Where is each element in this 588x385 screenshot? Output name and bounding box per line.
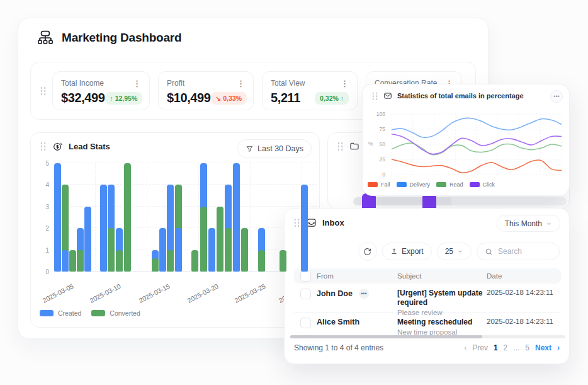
legend-swatch: [91, 310, 105, 316]
folder-icon: [349, 141, 359, 151]
y-tick-label: 2: [45, 225, 49, 232]
gridline: [54, 206, 317, 207]
drag-handle-icon[interactable]: [337, 142, 344, 151]
email-date: 2025-02-18 14:23:11: [487, 289, 561, 296]
lead-bar-chart: 012345: [54, 163, 317, 272]
lead-legend: CreatedConverted: [40, 309, 140, 317]
row-checkbox[interactable]: [300, 289, 311, 299]
date-filter-button[interactable]: Last 30 Days: [237, 139, 312, 158]
converted-bar: [69, 250, 76, 272]
bar-group: [84, 163, 91, 272]
period-dropdown[interactable]: This Month: [497, 215, 560, 232]
search-input-container[interactable]: [477, 243, 560, 260]
bar-group: [191, 163, 198, 272]
gridline: [54, 271, 317, 272]
more-options-icon[interactable]: •••: [550, 90, 563, 103]
page-number[interactable]: 1: [494, 343, 498, 352]
prev-arrow[interactable]: ‹: [464, 343, 466, 352]
created-bar: [84, 207, 91, 272]
inbox-footer: Showing 1 to 4 of 4 entries ‹ Prev 12...…: [294, 343, 560, 352]
refresh-button[interactable]: [358, 242, 377, 261]
page-number[interactable]: 2: [504, 343, 508, 352]
drag-handle-icon[interactable]: [40, 86, 47, 96]
more-options-icon[interactable]: •••: [359, 289, 369, 299]
y-tick-label: 100: [376, 111, 385, 117]
converted-bar: [191, 250, 198, 272]
email-legend: FailDeliveryReadClick: [368, 181, 495, 188]
scrollbar-thumb[interactable]: [290, 335, 482, 338]
bar-group: [200, 163, 207, 272]
email-subject: [Urgent] System update required: [397, 289, 487, 307]
bar-group: [124, 163, 131, 272]
converted-bar: [200, 207, 207, 272]
kebab-menu-icon[interactable]: ⋮: [341, 79, 349, 88]
email-stats-title: Statistics of total emails in percentage: [397, 92, 524, 100]
row-checkbox[interactable]: [300, 318, 311, 328]
email-subject: Meeting rescheduled: [397, 318, 487, 327]
bar-group: [116, 163, 123, 272]
bar-group: [152, 163, 159, 272]
prev-button[interactable]: Prev: [472, 343, 488, 352]
bar-group: [233, 163, 240, 272]
converted-bar: [280, 250, 286, 272]
stat-value: $32,499: [61, 91, 105, 105]
chevron-down-icon: [457, 248, 463, 255]
table-header-row: From Subject Date: [294, 268, 561, 284]
created-bar: [159, 228, 166, 272]
gridline: [54, 250, 317, 250]
legend-label: Delivery: [410, 181, 431, 188]
bar-group: [301, 163, 308, 272]
email-preview: Please review: [397, 309, 487, 316]
bar-group: [77, 163, 84, 272]
stat-value: 5,211: [271, 91, 300, 105]
export-button[interactable]: Export: [382, 243, 432, 260]
legend-swatch: [470, 182, 480, 187]
email-y-axis-unit: %: [368, 141, 373, 147]
page-number[interactable]: 5: [525, 343, 529, 352]
legend-swatch: [40, 310, 54, 316]
sitemap-icon: [37, 29, 54, 47]
y-tick-label: 5: [45, 160, 49, 167]
hidden-scrollbar[interactable]: [353, 197, 567, 205]
page-number[interactable]: ...: [513, 343, 519, 352]
converted-bar: [124, 163, 131, 272]
page-size-dropdown[interactable]: 25: [437, 243, 472, 260]
kebab-menu-icon[interactable]: ⋮: [133, 79, 141, 88]
legend-item: Click: [470, 181, 495, 188]
bar-group: [175, 163, 182, 272]
sender-name: Alice Smith: [317, 318, 359, 326]
y-tick-label: 3: [45, 203, 49, 210]
table-row[interactable]: John Doe ••• [Urgent] System update requ…: [294, 284, 561, 313]
email-stats-card: Statistics of total emails in percentage…: [362, 84, 570, 196]
legend-item: Fail: [368, 181, 390, 188]
trend-badge: ↑ 12,95%: [105, 92, 143, 105]
legend-item: Delivery: [397, 181, 431, 188]
converted-bar: [152, 258, 159, 272]
period-label: This Month: [505, 219, 542, 228]
drag-handle-icon[interactable]: [40, 142, 47, 151]
legend-swatch: [436, 182, 446, 187]
horizontal-scrollbar[interactable]: [290, 335, 565, 338]
drag-handle-icon[interactable]: [293, 218, 300, 227]
refresh-icon: [363, 248, 371, 256]
search-icon: [485, 248, 493, 256]
kebab-menu-icon[interactable]: ⋮: [237, 79, 245, 88]
converted-bar: [258, 250, 265, 272]
gridline: [54, 184, 317, 185]
search-input[interactable]: [497, 246, 556, 256]
export-icon: [390, 248, 398, 255]
legend-swatch: [397, 182, 407, 187]
legend-label: Fail: [381, 181, 390, 188]
lead-stats-title: Lead Stats: [69, 142, 110, 151]
converted-bar: [108, 228, 115, 272]
bar-group: [167, 163, 174, 272]
inbox-table: From Subject Date John Doe ••• [Urgent] …: [294, 268, 561, 341]
entries-summary: Showing 1 to 4 of 4 entries: [294, 343, 383, 352]
next-button[interactable]: Next: [535, 343, 551, 352]
date-filter-label: Last 30 Days: [257, 144, 303, 153]
select-all-checkbox[interactable]: [300, 271, 311, 282]
legend-swatch: [368, 182, 378, 187]
next-arrow[interactable]: ›: [557, 343, 560, 352]
gridline: [54, 163, 317, 163]
column-subject: Subject: [397, 272, 487, 280]
